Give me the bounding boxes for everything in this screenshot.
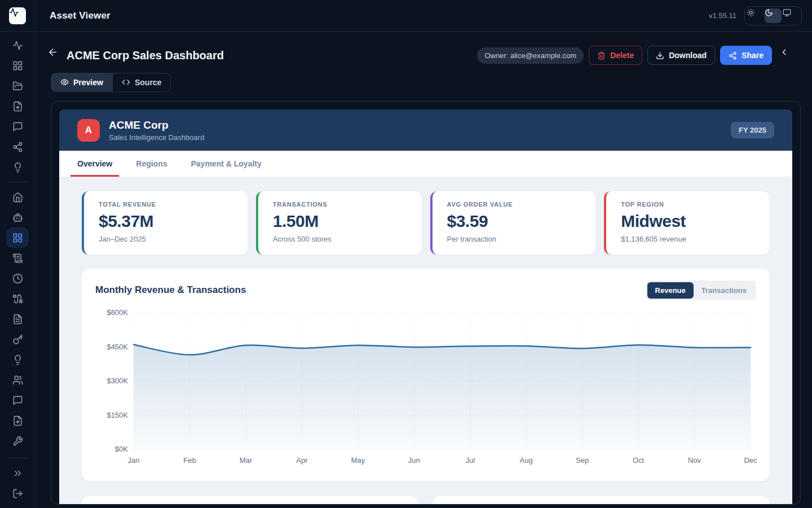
sidebar-item-file-up[interactable] <box>6 96 29 116</box>
sidebar-item-key[interactable] <box>6 329 29 349</box>
scroll-text-icon <box>12 253 23 264</box>
delete-button[interactable]: Delete <box>589 46 642 65</box>
wrench-icon <box>12 436 23 446</box>
svg-text:Sep: Sep <box>576 456 589 465</box>
sidebar-item-bot[interactable] <box>6 207 29 227</box>
toggle-revenue[interactable]: Revenue <box>647 282 694 299</box>
topbar-right: v1.55.11 <box>709 6 812 25</box>
owner-badge: Owner: alice@example.com <box>477 47 584 64</box>
sidebar-item-home[interactable] <box>6 187 29 207</box>
code-icon <box>122 78 130 87</box>
theme-dark-button[interactable] <box>765 8 782 23</box>
sidebar-item-share[interactable] <box>6 137 29 157</box>
theme-light-button[interactable] <box>747 8 764 23</box>
chevron-left-icon <box>779 47 795 63</box>
kpi-value: $5.37M <box>99 212 233 231</box>
eye-icon <box>60 78 69 87</box>
top-bar: Asset Viewer v1.55.11 <box>0 0 812 32</box>
kpi-card-transactions: TRANSACTIONS1.50MAcross 500 stores <box>256 191 422 255</box>
header-actions: Owner: alice@example.com Delete Download… <box>477 46 795 65</box>
collapse-panel-button[interactable] <box>779 47 795 63</box>
dashboard-body: TOTAL REVENUE$5.37MJan–Dec 2025TRANSACTI… <box>59 177 792 505</box>
clock-icon <box>12 273 23 284</box>
sidebar-item-lightbulb[interactable] <box>6 349 29 370</box>
view-mode-tabs: Preview Source <box>51 73 171 92</box>
theme-system-button[interactable] <box>783 8 800 23</box>
company-logo: A <box>77 119 100 142</box>
tab-source-label: Source <box>135 78 161 87</box>
doc-tab-payment-loyalty[interactable]: Payment & Loyalty <box>191 151 262 177</box>
company-name: ACME Corp <box>109 119 204 132</box>
kpi-value: $3.59 <box>447 212 581 231</box>
trash-icon <box>597 51 606 60</box>
kpi-label: TOTAL REVENUE <box>99 201 233 208</box>
kpi-subtitle: Jan–Dec 2025 <box>99 235 233 243</box>
sidebar-item-wrench[interactable] <box>6 431 29 451</box>
svg-text:Dec: Dec <box>744 456 757 465</box>
svg-text:Apr: Apr <box>296 456 308 465</box>
svg-text:$600K: $600K <box>107 308 128 317</box>
bot-icon <box>12 212 23 223</box>
page-title: ACME Corp Sales Dashboard <box>67 49 224 62</box>
layout-grid-icon <box>12 60 23 71</box>
tab-preview[interactable]: Preview <box>51 73 112 91</box>
tab-source[interactable]: Source <box>112 73 170 91</box>
svg-text:Mar: Mar <box>240 456 253 465</box>
sidebar-item-message-square[interactable] <box>6 390 29 410</box>
svg-text:May: May <box>351 456 365 465</box>
home-icon <box>12 192 23 203</box>
kpi-label: TRANSACTIONS <box>273 201 407 208</box>
svg-text:Oct: Oct <box>633 456 645 465</box>
company-subtitle: Sales Intelligence Dashboard <box>109 133 204 142</box>
chart-card: Monthly Revenue & Transactions RevenueTr… <box>82 269 770 481</box>
sidebar-item-file-up[interactable] <box>6 410 29 431</box>
preview-panel: A ACME Corp Sales Intelligence Dashboard… <box>51 101 801 505</box>
revenue-chart: $0K$150K$300K$450K$600KJanFebMarAprMayJu… <box>95 305 757 478</box>
sidebar-item-cable[interactable] <box>6 288 29 309</box>
svg-text:Feb: Feb <box>183 456 196 465</box>
sidebar-item-log-out[interactable] <box>6 483 29 503</box>
bottom-cards-row <box>82 496 770 505</box>
sidebar-item-lightbulb[interactable] <box>6 157 29 177</box>
main-content: ACME Corp Sales Dashboard Owner: alice@e… <box>36 0 812 505</box>
users-icon <box>12 375 23 386</box>
lightbulb-icon <box>12 162 23 173</box>
svg-text:Jun: Jun <box>408 456 420 465</box>
svg-text:$300K: $300K <box>107 376 128 385</box>
sidebar-item-activity[interactable] <box>6 35 29 55</box>
sidebar-item-file-text[interactable] <box>6 309 29 329</box>
doc-tab-overview[interactable]: Overview <box>77 151 112 177</box>
placeholder-card <box>82 496 419 505</box>
back-button[interactable] <box>47 47 64 64</box>
download-button[interactable]: Download <box>647 46 715 65</box>
sidebar-item-message-square[interactable] <box>6 116 29 137</box>
sidebar-item-scroll-text[interactable] <box>6 248 29 268</box>
svg-text:Jan: Jan <box>128 456 140 465</box>
sidebar-item-users[interactable] <box>6 370 29 390</box>
sidebar-item-layout-grid[interactable] <box>6 227 29 248</box>
toggle-transactions[interactable]: Transactions <box>694 282 754 299</box>
dashboard-tabs: OverviewRegionsPayment & Loyalty <box>59 151 792 177</box>
kpi-subtitle: Per transaction <box>447 235 581 243</box>
banner-titles: ACME Corp Sales Intelligence Dashboard <box>109 119 204 142</box>
share-button[interactable]: Share <box>720 46 772 65</box>
message-square-icon <box>12 395 23 406</box>
kpi-card-total-revenue: TOTAL REVENUE$5.37MJan–Dec 2025 <box>82 191 248 255</box>
kpi-card-avg-order-value: AVG ORDER VALUE$3.59Per transaction <box>430 191 596 255</box>
kpi-subtitle: $1,136,605 revenue <box>621 235 755 243</box>
sidebar-bottom <box>6 453 29 508</box>
sidebar-item-layout-grid[interactable] <box>6 55 29 76</box>
share-button-label: Share <box>742 51 764 60</box>
file-up-icon <box>12 415 23 426</box>
log-out-icon <box>12 488 23 499</box>
kpi-card-top-region: TOP REGIONMidwest$1,136,605 revenue <box>604 191 770 255</box>
doc-tab-regions[interactable]: Regions <box>136 151 167 177</box>
kpi-value: 1.50M <box>273 212 407 231</box>
sidebar-divider <box>7 458 28 458</box>
share-icon <box>729 51 737 60</box>
sidebar-item-folder-open[interactable] <box>6 76 29 96</box>
version-label: v1.55.11 <box>709 11 736 20</box>
sidebar-item-chevrons-right[interactable] <box>6 463 29 483</box>
chart-series-toggle: RevenueTransactions <box>646 281 756 300</box>
sidebar-item-clock[interactable] <box>6 268 29 288</box>
